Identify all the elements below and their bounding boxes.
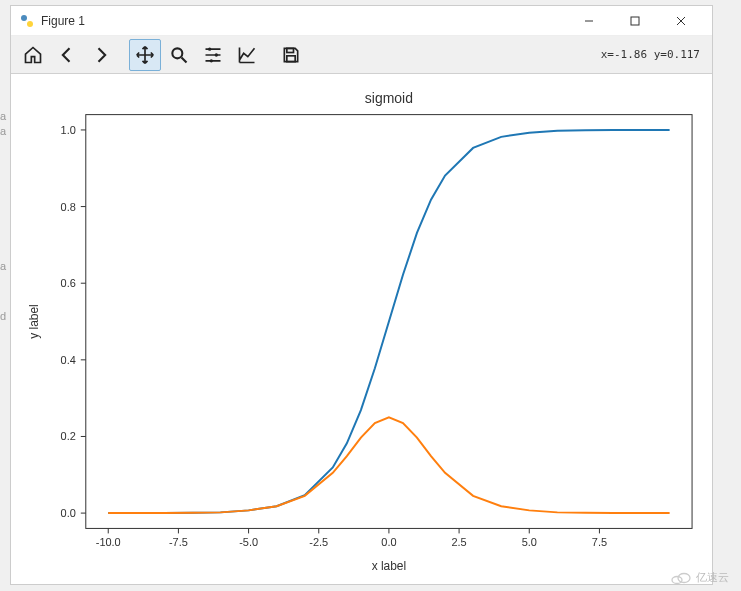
svg-point-9 bbox=[215, 53, 218, 56]
home-button[interactable] bbox=[17, 39, 49, 71]
chart-canvas: sigmoid-10.0-7.5-5.0-2.50.02.55.07.50.00… bbox=[11, 74, 712, 584]
svg-rect-11 bbox=[287, 48, 294, 52]
svg-text:1.0: 1.0 bbox=[61, 124, 76, 136]
titlebar: Figure 1 bbox=[11, 6, 712, 36]
svg-text:0.4: 0.4 bbox=[61, 354, 76, 366]
svg-point-46 bbox=[678, 573, 690, 582]
toolbar: x=-1.86 y=0.117 bbox=[11, 36, 712, 74]
coord-display: x=-1.86 y=0.117 bbox=[601, 48, 706, 61]
svg-line-7 bbox=[182, 57, 187, 62]
pan-button[interactable] bbox=[129, 39, 161, 71]
svg-text:0.8: 0.8 bbox=[61, 201, 76, 213]
svg-text:0.0: 0.0 bbox=[381, 536, 396, 548]
svg-text:0.0: 0.0 bbox=[61, 507, 76, 519]
svg-point-1 bbox=[27, 21, 33, 27]
minimize-button[interactable] bbox=[566, 6, 612, 36]
bg-char-2: a bbox=[0, 125, 6, 137]
svg-rect-12 bbox=[287, 55, 295, 61]
svg-point-8 bbox=[208, 47, 211, 50]
svg-text:7.5: 7.5 bbox=[592, 536, 607, 548]
svg-text:sigmoid: sigmoid bbox=[365, 90, 413, 106]
save-button[interactable] bbox=[275, 39, 307, 71]
close-button[interactable] bbox=[658, 6, 704, 36]
window-title: Figure 1 bbox=[41, 14, 85, 28]
window-controls bbox=[566, 6, 704, 36]
maximize-button[interactable] bbox=[612, 6, 658, 36]
svg-rect-3 bbox=[631, 17, 639, 25]
svg-text:-10.0: -10.0 bbox=[96, 536, 121, 548]
svg-text:x label: x label bbox=[372, 559, 407, 573]
edit-axes-button[interactable] bbox=[231, 39, 263, 71]
svg-text:-5.0: -5.0 bbox=[239, 536, 258, 548]
figure-window: Figure 1 bbox=[10, 5, 713, 585]
svg-point-10 bbox=[210, 59, 213, 62]
svg-text:y label: y label bbox=[27, 304, 41, 339]
svg-point-45 bbox=[672, 576, 682, 583]
bg-char-1: a bbox=[0, 110, 6, 122]
svg-text:0.2: 0.2 bbox=[61, 430, 76, 442]
svg-text:5.0: 5.0 bbox=[522, 536, 537, 548]
plot-area[interactable]: sigmoid-10.0-7.5-5.0-2.50.02.55.07.50.00… bbox=[11, 74, 712, 584]
zoom-button[interactable] bbox=[163, 39, 195, 71]
bg-char-4: d bbox=[0, 310, 6, 322]
svg-text:2.5: 2.5 bbox=[451, 536, 466, 548]
watermark-text: 亿速云 bbox=[696, 570, 729, 585]
svg-point-6 bbox=[172, 48, 182, 58]
svg-text:-2.5: -2.5 bbox=[309, 536, 328, 548]
app-icon bbox=[19, 13, 35, 29]
back-button[interactable] bbox=[51, 39, 83, 71]
watermark: 亿速云 bbox=[670, 570, 729, 585]
configure-button[interactable] bbox=[197, 39, 229, 71]
bg-char-3: a bbox=[0, 260, 6, 272]
svg-text:-7.5: -7.5 bbox=[169, 536, 188, 548]
forward-button[interactable] bbox=[85, 39, 117, 71]
svg-point-0 bbox=[21, 15, 27, 21]
svg-text:0.6: 0.6 bbox=[61, 277, 76, 289]
